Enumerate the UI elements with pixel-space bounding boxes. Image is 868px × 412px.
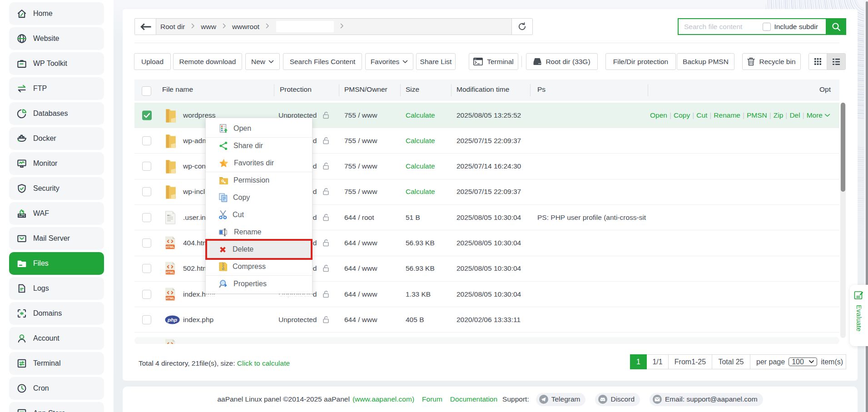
svg-text:HTML: HTML [166, 296, 175, 299]
svg-text:HTML: HTML [166, 245, 175, 248]
svg-text:HTML: HTML [166, 271, 175, 274]
svg-text:php: php [167, 317, 177, 323]
